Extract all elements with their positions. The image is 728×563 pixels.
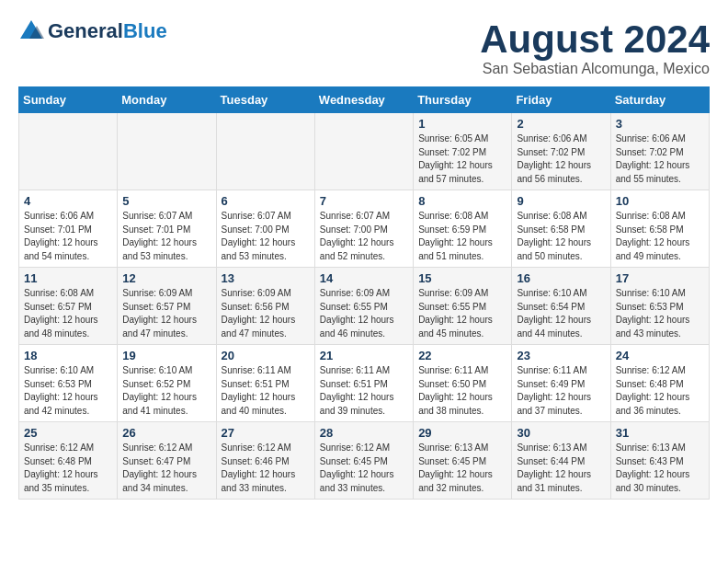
calendar-cell: 22Sunrise: 6:11 AM Sunset: 6:50 PM Dayli… — [414, 345, 512, 422]
day-info: Sunrise: 6:05 AM Sunset: 7:02 PM Dayligh… — [418, 132, 506, 186]
calendar-cell: 9Sunrise: 6:08 AM Sunset: 6:58 PM Daylig… — [512, 190, 610, 268]
calendar-cell: 26Sunrise: 6:12 AM Sunset: 6:47 PM Dayli… — [118, 422, 216, 500]
day-number: 19 — [122, 349, 210, 362]
day-info: Sunrise: 6:10 AM Sunset: 6:54 PM Dayligh… — [517, 287, 605, 340]
day-number: 24 — [616, 349, 704, 362]
day-info: Sunrise: 6:08 AM Sunset: 6:58 PM Dayligh… — [616, 210, 704, 263]
calendar-cell: 16Sunrise: 6:10 AM Sunset: 6:54 PM Dayli… — [512, 268, 610, 345]
title-block: August 2024 San Sebastian Alcomunga, Mex… — [480, 18, 710, 77]
calendar-cell: 20Sunrise: 6:11 AM Sunset: 6:51 PM Dayli… — [216, 345, 314, 422]
calendar-cell: 2Sunrise: 6:06 AM Sunset: 7:02 PM Daylig… — [512, 113, 610, 190]
day-number: 18 — [24, 349, 112, 362]
calendar-cell: 23Sunrise: 6:11 AM Sunset: 6:49 PM Dayli… — [512, 345, 610, 422]
header: GeneralBlue August 2024 San Sebastian Al… — [18, 18, 710, 77]
day-info: Sunrise: 6:06 AM Sunset: 7:01 PM Dayligh… — [24, 210, 112, 263]
calendar-week-2: 4Sunrise: 6:06 AM Sunset: 7:01 PM Daylig… — [19, 190, 710, 268]
day-info: Sunrise: 6:07 AM Sunset: 7:00 PM Dayligh… — [320, 210, 408, 263]
day-info: Sunrise: 6:08 AM Sunset: 6:59 PM Dayligh… — [418, 210, 506, 263]
calendar-cell — [216, 113, 314, 190]
calendar-table: SundayMondayTuesdayWednesdayThursdayFrid… — [18, 86, 710, 500]
calendar-header: SundayMondayTuesdayWednesdayThursdayFrid… — [19, 87, 710, 113]
day-info: Sunrise: 6:09 AM Sunset: 6:55 PM Dayligh… — [418, 287, 506, 340]
day-info: Sunrise: 6:10 AM Sunset: 6:53 PM Dayligh… — [616, 287, 704, 340]
day-info: Sunrise: 6:06 AM Sunset: 7:02 PM Dayligh… — [616, 132, 704, 186]
day-number: 21 — [320, 349, 408, 362]
calendar-cell: 12Sunrise: 6:09 AM Sunset: 6:57 PM Dayli… — [118, 268, 216, 345]
day-info: Sunrise: 6:09 AM Sunset: 6:56 PM Dayligh… — [222, 287, 310, 340]
day-number: 25 — [24, 426, 112, 440]
day-number: 4 — [24, 194, 112, 208]
calendar-week-3: 11Sunrise: 6:08 AM Sunset: 6:57 PM Dayli… — [19, 268, 710, 345]
logo: GeneralBlue — [18, 18, 167, 44]
day-number: 7 — [320, 194, 408, 208]
day-number: 29 — [418, 426, 506, 440]
calendar-cell: 4Sunrise: 6:06 AM Sunset: 7:01 PM Daylig… — [19, 190, 118, 268]
calendar-cell: 18Sunrise: 6:10 AM Sunset: 6:53 PM Dayli… — [19, 345, 118, 422]
calendar-cell: 28Sunrise: 6:12 AM Sunset: 6:45 PM Dayli… — [314, 422, 413, 500]
location-subtitle: San Sebastian Alcomunga, Mexico — [480, 61, 710, 77]
day-number: 11 — [24, 271, 112, 285]
calendar-cell: 13Sunrise: 6:09 AM Sunset: 6:56 PM Dayli… — [216, 268, 314, 345]
day-number: 27 — [222, 426, 310, 440]
day-info: Sunrise: 6:09 AM Sunset: 6:55 PM Dayligh… — [320, 287, 408, 340]
day-info: Sunrise: 6:11 AM Sunset: 6:50 PM Dayligh… — [418, 364, 506, 418]
day-number: 12 — [122, 271, 210, 285]
calendar-body: 1Sunrise: 6:05 AM Sunset: 7:02 PM Daylig… — [19, 113, 710, 500]
calendar-cell: 1Sunrise: 6:05 AM Sunset: 7:02 PM Daylig… — [414, 113, 512, 190]
day-info: Sunrise: 6:10 AM Sunset: 6:52 PM Dayligh… — [122, 364, 210, 418]
day-number: 1 — [418, 117, 506, 131]
calendar-cell: 31Sunrise: 6:13 AM Sunset: 6:43 PM Dayli… — [610, 422, 709, 500]
day-info: Sunrise: 6:11 AM Sunset: 6:51 PM Dayligh… — [320, 364, 408, 418]
weekday-header-tuesday: Tuesday — [216, 87, 314, 113]
calendar-cell — [19, 113, 118, 190]
weekday-row: SundayMondayTuesdayWednesdayThursdayFrid… — [19, 87, 710, 113]
calendar-cell: 7Sunrise: 6:07 AM Sunset: 7:00 PM Daylig… — [314, 190, 413, 268]
day-info: Sunrise: 6:13 AM Sunset: 6:44 PM Dayligh… — [517, 442, 605, 495]
calendar-cell: 21Sunrise: 6:11 AM Sunset: 6:51 PM Dayli… — [314, 345, 413, 422]
weekday-header-monday: Monday — [118, 87, 216, 113]
day-info: Sunrise: 6:12 AM Sunset: 6:48 PM Dayligh… — [24, 442, 112, 495]
calendar-week-1: 1Sunrise: 6:05 AM Sunset: 7:02 PM Daylig… — [19, 113, 710, 190]
calendar-cell: 30Sunrise: 6:13 AM Sunset: 6:44 PM Dayli… — [512, 422, 610, 500]
day-info: Sunrise: 6:13 AM Sunset: 6:43 PM Dayligh… — [616, 442, 704, 495]
calendar-cell: 19Sunrise: 6:10 AM Sunset: 6:52 PM Dayli… — [118, 345, 216, 422]
calendar-cell: 29Sunrise: 6:13 AM Sunset: 6:45 PM Dayli… — [414, 422, 512, 500]
calendar-cell — [314, 113, 413, 190]
calendar-week-4: 18Sunrise: 6:10 AM Sunset: 6:53 PM Dayli… — [19, 345, 710, 422]
day-number: 13 — [222, 271, 310, 285]
calendar-cell: 27Sunrise: 6:12 AM Sunset: 6:46 PM Dayli… — [216, 422, 314, 500]
calendar-week-5: 25Sunrise: 6:12 AM Sunset: 6:48 PM Dayli… — [19, 422, 710, 500]
day-info: Sunrise: 6:12 AM Sunset: 6:48 PM Dayligh… — [616, 364, 704, 418]
day-number: 2 — [517, 117, 605, 131]
day-number: 14 — [320, 271, 408, 285]
day-info: Sunrise: 6:06 AM Sunset: 7:02 PM Dayligh… — [517, 132, 605, 186]
day-number: 10 — [616, 194, 704, 208]
day-info: Sunrise: 6:07 AM Sunset: 7:00 PM Dayligh… — [222, 210, 310, 263]
day-number: 9 — [517, 194, 605, 208]
day-info: Sunrise: 6:11 AM Sunset: 6:51 PM Dayligh… — [222, 364, 310, 418]
day-info: Sunrise: 6:13 AM Sunset: 6:45 PM Dayligh… — [418, 442, 506, 495]
month-title: August 2024 — [480, 18, 710, 61]
day-info: Sunrise: 6:12 AM Sunset: 6:45 PM Dayligh… — [320, 442, 408, 495]
calendar-cell: 5Sunrise: 6:07 AM Sunset: 7:01 PM Daylig… — [118, 190, 216, 268]
weekday-header-saturday: Saturday — [610, 87, 709, 113]
calendar-cell: 15Sunrise: 6:09 AM Sunset: 6:55 PM Dayli… — [414, 268, 512, 345]
day-info: Sunrise: 6:11 AM Sunset: 6:49 PM Dayligh… — [517, 364, 605, 418]
day-number: 17 — [616, 271, 704, 285]
day-info: Sunrise: 6:07 AM Sunset: 7:01 PM Dayligh… — [122, 210, 210, 263]
day-number: 28 — [320, 426, 408, 440]
weekday-header-friday: Friday — [512, 87, 610, 113]
calendar-cell: 10Sunrise: 6:08 AM Sunset: 6:58 PM Dayli… — [610, 190, 709, 268]
logo-text: GeneralBlue — [48, 20, 167, 42]
calendar-cell: 3Sunrise: 6:06 AM Sunset: 7:02 PM Daylig… — [610, 113, 709, 190]
day-number: 20 — [222, 349, 310, 362]
day-info: Sunrise: 6:10 AM Sunset: 6:53 PM Dayligh… — [24, 364, 112, 418]
calendar-cell: 11Sunrise: 6:08 AM Sunset: 6:57 PM Dayli… — [19, 268, 118, 345]
calendar-cell: 17Sunrise: 6:10 AM Sunset: 6:53 PM Dayli… — [610, 268, 709, 345]
day-info: Sunrise: 6:12 AM Sunset: 6:46 PM Dayligh… — [222, 442, 310, 495]
weekday-header-wednesday: Wednesday — [314, 87, 413, 113]
day-number: 16 — [517, 271, 605, 285]
day-number: 26 — [122, 426, 210, 440]
calendar-cell: 14Sunrise: 6:09 AM Sunset: 6:55 PM Dayli… — [314, 268, 413, 345]
day-info: Sunrise: 6:08 AM Sunset: 6:58 PM Dayligh… — [517, 210, 605, 263]
